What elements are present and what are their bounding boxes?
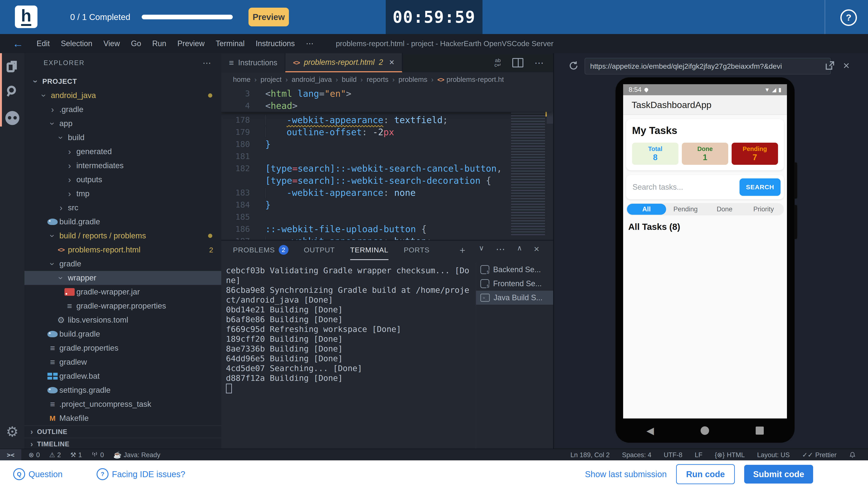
menu-item[interactable]: Selection xyxy=(55,39,98,48)
hackerearth-logo[interactable]: h xyxy=(15,5,37,28)
nav-recents-icon[interactable] xyxy=(756,427,764,435)
editor-tab[interactable]: problems-report.html 2 × xyxy=(285,53,402,72)
assistant-owl-icon[interactable] xyxy=(0,110,25,126)
tree-item[interactable]: android_java xyxy=(25,89,221,102)
terminal-session[interactable]: Java Build S... xyxy=(476,291,553,305)
maximize-panel-icon[interactable]: ∧ xyxy=(517,244,522,256)
tree-item[interactable]: build / reports / problems xyxy=(25,229,221,243)
tree-item[interactable]: outputs xyxy=(25,173,221,187)
nav-back-icon[interactable]: ◀ xyxy=(646,425,654,436)
breadcrumb-item[interactable]: problems xyxy=(399,75,427,84)
tree-item[interactable]: PROJECT xyxy=(25,74,221,89)
tree-item[interactable]: .gradle xyxy=(25,102,221,117)
explorer-icon[interactable] xyxy=(0,60,25,74)
panel-tab[interactable]: TERMINAL xyxy=(350,240,389,260)
status-item[interactable]: ⊗ 0 xyxy=(29,451,40,459)
filter-chip[interactable]: Priority xyxy=(744,204,783,215)
tree-item[interactable]: generated xyxy=(25,144,221,159)
search-icon[interactable] xyxy=(0,84,25,99)
tree-item[interactable]: libs.versions.toml xyxy=(25,313,221,327)
timeline-section[interactable]: ›TIMELINE xyxy=(25,437,221,449)
remote-indicator[interactable]: >< xyxy=(0,449,21,461)
menu-item[interactable]: Preview xyxy=(172,39,210,48)
tree-item[interactable]: problems-report.html 2 xyxy=(25,243,221,257)
tree-item[interactable]: intermediates xyxy=(25,159,221,173)
search-button[interactable]: SEARCH xyxy=(740,178,781,196)
preview-url-input[interactable]: https://appetize.io/embed/qlej2ifgk2jfay… xyxy=(585,58,831,74)
status-item[interactable]: 0 xyxy=(91,451,104,459)
tree-item[interactable]: gradle-wrapper.properties xyxy=(25,299,221,313)
split-editor-icon[interactable] xyxy=(512,58,523,67)
status-item[interactable]: ✓✓ Prettier xyxy=(802,451,837,459)
tree-item[interactable]: settings.gradle xyxy=(25,383,221,397)
status-item[interactable]: ⚠ 2 xyxy=(49,451,61,459)
status-item[interactable]: ⚒ 1 xyxy=(70,451,82,459)
tree-item[interactable]: gradle.properties xyxy=(25,341,221,355)
run-code-button[interactable]: Run code xyxy=(676,464,735,484)
nav-home-icon[interactable] xyxy=(701,426,709,435)
stat-card[interactable]: Total 8 xyxy=(632,143,678,165)
tree-item[interactable]: .project_uncompress_task xyxy=(25,397,221,411)
panel-tab[interactable]: OUTPUT xyxy=(304,240,335,260)
back-arrow-icon[interactable]: ← xyxy=(12,37,23,50)
editor-tab[interactable]: Instructions xyxy=(221,53,285,72)
code-editor[interactable]: 3 <html lang="en"> 4 <head> 178 -webkit-… xyxy=(221,87,553,240)
tree-item[interactable]: tmp xyxy=(25,187,221,201)
search-input[interactable]: Search tasks... xyxy=(632,183,683,192)
reload-icon[interactable] xyxy=(568,60,579,71)
tree-item[interactable]: wrapper xyxy=(25,271,221,285)
status-item[interactable]: ☕ Java: Ready xyxy=(114,451,160,459)
breadcrumb-file[interactable]: problems-report.ht xyxy=(437,75,504,84)
more-actions-icon[interactable]: ⋯ xyxy=(534,57,544,68)
status-item[interactable]: UTF-8 xyxy=(664,451,682,459)
tree-item[interactable]: gradle-wrapper.jar xyxy=(25,285,221,299)
terminal-output[interactable]: cebcf03b Validating Gradle wrapper check… xyxy=(226,266,474,447)
filter-chip[interactable]: All xyxy=(627,204,666,215)
status-item[interactable]: Ln 189, Col 2 xyxy=(570,451,610,459)
close-panel-icon[interactable]: × xyxy=(534,244,539,256)
explorer-more-icon[interactable]: ⋯ xyxy=(203,58,212,68)
question-link[interactable]: Q Question xyxy=(13,468,63,480)
breadcrumb-item[interactable]: android_java xyxy=(292,75,332,84)
breadcrumb-item[interactable]: project xyxy=(260,75,282,84)
tree-item[interactable]: Makefile xyxy=(25,411,221,425)
tree-item[interactable]: build xyxy=(25,131,221,144)
status-item[interactable]: Spaces: 4 xyxy=(622,451,651,459)
filter-chip[interactable]: Done xyxy=(705,204,744,215)
menu-item[interactable]: View xyxy=(98,39,125,48)
new-terminal-icon[interactable]: ＋ xyxy=(458,244,467,256)
open-external-icon[interactable] xyxy=(825,60,835,71)
preview-button[interactable]: Preview xyxy=(248,8,289,26)
terminal-session[interactable]: Backend Se... xyxy=(476,263,553,276)
stat-card[interactable]: Done 1 xyxy=(682,143,728,165)
menu-item[interactable]: Terminal xyxy=(210,39,250,48)
stat-card[interactable]: Pending 7 xyxy=(732,143,778,165)
terminal-session[interactable]: Frontend Se... xyxy=(476,276,553,291)
tree-item[interactable]: build.gradle xyxy=(25,327,221,341)
breadcrumb-item[interactable]: build xyxy=(342,75,357,84)
ide-issues-link[interactable]: ? Facing IDE issues? xyxy=(97,468,185,480)
tree-item[interactable]: src xyxy=(25,201,221,215)
word-wrap-icon[interactable]: abc↵ xyxy=(494,58,501,67)
tree-item[interactable]: build.gradle xyxy=(25,215,221,229)
menu-item[interactable]: Edit xyxy=(31,39,55,48)
menu-item[interactable]: Go xyxy=(126,39,147,48)
panel-more-icon[interactable]: ⋯ xyxy=(496,244,505,256)
close-preview-icon[interactable]: × xyxy=(843,59,849,72)
status-item[interactable]: {⊗} HTML xyxy=(715,451,745,459)
close-icon[interactable]: × xyxy=(389,57,395,67)
panel-tab[interactable]: PORTS xyxy=(404,240,430,260)
help-icon[interactable]: ? xyxy=(840,9,857,26)
bell-icon[interactable] xyxy=(849,451,856,459)
tree-item[interactable]: gradlew xyxy=(25,355,221,369)
panel-tab[interactable]: PROBLEMS 2 xyxy=(233,240,288,260)
show-last-submission-link[interactable]: Show last submission xyxy=(585,469,667,479)
status-item[interactable]: LF xyxy=(694,451,702,459)
breadcrumb-item[interactable]: reports xyxy=(367,75,389,84)
menu-item[interactable]: Run xyxy=(147,39,172,48)
status-item[interactable]: Layout: US xyxy=(757,451,790,459)
tree-item[interactable]: app xyxy=(25,117,221,131)
submit-code-button[interactable]: Submit code xyxy=(744,465,813,484)
tree-item[interactable]: gradlew.bat xyxy=(25,369,221,383)
breadcrumb-item[interactable]: home xyxy=(233,75,251,84)
